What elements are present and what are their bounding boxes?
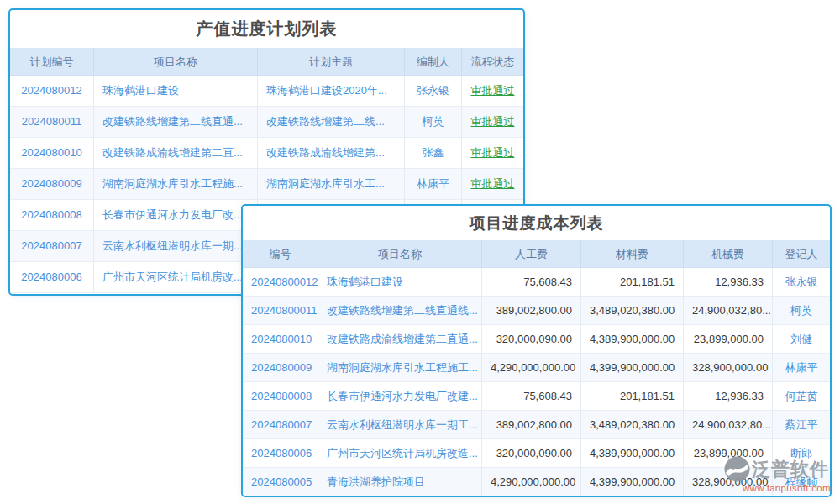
cell-project[interactable]: 广州市天河区统计局机房改造...	[318, 439, 482, 468]
cell-material: 4,389,900,000.00	[581, 439, 684, 468]
watermark-url-text: www.fanpusoft.com	[743, 483, 837, 493]
table-row: 2024080010改建铁路成渝线增建第二直...改建铁路成渝线增建第...张鑫…	[10, 138, 523, 169]
cell-plan_no[interactable]: 2024080009	[10, 169, 94, 200]
cell-no[interactable]: 20240800012	[243, 268, 318, 297]
cell-no[interactable]: 2024080009	[243, 354, 318, 382]
table-row: 2024080009湖南洞庭湖水库引水工程施...湖南洞庭湖水库引水工...林康…	[10, 169, 523, 200]
cell-project[interactable]: 湖南洞庭湖水库引水工程施...	[94, 169, 258, 200]
cell-compiler[interactable]: 林康平	[405, 169, 462, 200]
table-row: 2024080008长春市伊通河水力发电厂改建...75,608.43201,1…	[243, 382, 830, 411]
column-header-plan_no: 计划编号	[10, 48, 94, 76]
cell-status[interactable]: 审批通过	[462, 138, 523, 169]
cell-machine: 328,900,000.00	[684, 354, 773, 382]
fanpu-logo-icon	[724, 456, 750, 482]
cell-labor: 4,290,000,000.00	[482, 468, 581, 496]
cell-labor: 389,002,800.00	[482, 297, 581, 325]
cell-plan_no[interactable]: 2024080012	[10, 76, 94, 107]
cell-no[interactable]: 20240800011	[243, 297, 318, 325]
cost-list-title: 项目进度成本列表	[243, 206, 830, 240]
cell-no[interactable]: 2024080008	[243, 382, 318, 411]
cell-machine: 24,900,032,80...	[684, 411, 773, 439]
fanpu-watermark: 泛普软件 www.fanpusoft.com	[724, 456, 837, 498]
cell-registrar[interactable]: 柯英	[773, 297, 830, 325]
table-row: 2024080011改建铁路线增建第二线直通...改建铁路线增建第二线...柯英…	[10, 107, 523, 138]
column-header-project: 项目名称	[94, 48, 258, 76]
cell-no[interactable]: 2024080010	[243, 325, 318, 354]
cell-registrar[interactable]: 蔡江平	[773, 411, 830, 439]
cell-project[interactable]: 珠海鹤港口建设	[94, 76, 258, 107]
watermark-brand-text: 泛普软件	[752, 457, 829, 482]
column-header-no: 编号	[243, 240, 318, 268]
table-row: 2024080012珠海鹤港口建设珠海鹤港口建设2020年...张永银审批通过	[10, 76, 523, 107]
cell-project[interactable]: 青海洪湖养护院项目	[318, 468, 482, 496]
cell-plan_no[interactable]: 2024080007	[10, 231, 94, 262]
table-header-row: 编号项目名称人工费材料费机械费登记人	[243, 240, 830, 268]
cell-compiler[interactable]: 张鑫	[405, 138, 462, 169]
cell-machine: 23,899,000.00	[684, 325, 773, 354]
cell-subject[interactable]: 改建铁路成渝线增建第...	[258, 138, 405, 169]
cell-labor: 320,000,090.00	[482, 325, 581, 354]
cell-material: 3,489,020,380.00	[581, 297, 684, 325]
column-header-compiler: 编制人	[405, 48, 462, 76]
cost-list-card: 项目进度成本列表 编号项目名称人工费材料费机械费登记人20240800012珠海…	[241, 204, 832, 497]
cell-project[interactable]: 改建铁路线增建第二线直通线...	[318, 297, 482, 325]
cell-labor: 389,002,800.00	[482, 411, 581, 439]
cell-no[interactable]: 2024080006	[243, 439, 318, 468]
cell-registrar[interactable]: 何芷茵	[773, 382, 830, 411]
cell-subject[interactable]: 珠海鹤港口建设2020年...	[258, 76, 405, 107]
table-row: 2024080007云南水利枢纽潜明水库一期工...389,002,800.00…	[243, 411, 830, 439]
cell-plan_no[interactable]: 2024080010	[10, 138, 94, 169]
cell-compiler[interactable]: 张永银	[405, 76, 462, 107]
cell-no[interactable]: 2024080007	[243, 411, 318, 439]
table-row: 2024080010改建铁路成渝线增建第二直通...320,000,090.00…	[243, 325, 830, 354]
cell-machine: 24,900,032,80...	[684, 297, 773, 325]
cell-project[interactable]: 长春市伊通河水力发电厂改...	[94, 200, 258, 231]
cell-project[interactable]: 改建铁路线增建第二线直通...	[94, 107, 258, 138]
cell-registrar[interactable]: 刘健	[773, 325, 830, 354]
cell-project[interactable]: 云南水利枢纽潜明水库一期...	[94, 231, 258, 262]
plan-list-title: 产值进度计划列表	[10, 10, 523, 48]
table-header-row: 计划编号项目名称计划主题编制人流程状态	[10, 48, 523, 76]
table-row: 2024080009湖南洞庭湖水库引水工程施工...4,290,000,000.…	[243, 354, 830, 382]
cell-subject[interactable]: 湖南洞庭湖水库引水工...	[258, 169, 405, 200]
cell-project[interactable]: 改建铁路成渝线增建第二直通...	[318, 325, 482, 354]
column-header-material: 材料费	[581, 240, 684, 268]
cell-material: 3,489,020,380.00	[581, 411, 684, 439]
cell-project[interactable]: 云南水利枢纽潜明水库一期工...	[318, 411, 482, 439]
cell-registrar[interactable]: 张永银	[773, 268, 830, 297]
cell-subject[interactable]: 改建铁路线增建第二线...	[258, 107, 405, 138]
cell-material: 4,399,900,000.00	[581, 354, 684, 382]
column-header-labor: 人工费	[482, 240, 581, 268]
cell-labor: 4,290,000,000.00	[482, 354, 581, 382]
cell-project[interactable]: 长春市伊通河水力发电厂改建...	[318, 382, 482, 411]
cell-project[interactable]: 珠海鹤港口建设	[318, 268, 482, 297]
cell-registrar[interactable]: 林康平	[773, 354, 830, 382]
cell-compiler[interactable]: 柯英	[405, 107, 462, 138]
cell-material: 4,389,900,000.00	[581, 325, 684, 354]
cell-plan_no[interactable]: 2024080011	[10, 107, 94, 138]
cell-no[interactable]: 2024080005	[243, 468, 318, 496]
cell-machine: 12,936.33	[684, 382, 773, 411]
table-row: 20240800012珠海鹤港口建设75,608.43201,181.5112,…	[243, 268, 830, 297]
cell-project[interactable]: 湖南洞庭湖水库引水工程施工...	[318, 354, 482, 382]
column-header-subject: 计划主题	[258, 48, 405, 76]
column-header-registrar: 登记人	[773, 240, 830, 268]
table-row: 20240800011改建铁路线增建第二线直通线...389,002,800.0…	[243, 297, 830, 325]
cell-project[interactable]: 改建铁路成渝线增建第二直...	[94, 138, 258, 169]
cell-material: 201,181.51	[581, 268, 684, 297]
cell-plan_no[interactable]: 2024080008	[10, 200, 94, 231]
cell-status[interactable]: 审批通过	[462, 169, 523, 200]
cell-material: 201,181.51	[581, 382, 684, 411]
column-header-status: 流程状态	[462, 48, 523, 76]
column-header-project: 项目名称	[318, 240, 482, 268]
cell-project[interactable]: 广州市天河区统计局机房改...	[94, 262, 258, 293]
cell-machine: 12,936.33	[684, 268, 773, 297]
cell-plan_no[interactable]: 2024080006	[10, 262, 94, 293]
cell-material: 4,399,900,000.00	[581, 468, 684, 496]
cell-status[interactable]: 审批通过	[462, 107, 523, 138]
column-header-machine: 机械费	[684, 240, 773, 268]
cell-status[interactable]: 审批通过	[462, 76, 523, 107]
cell-labor: 75,608.43	[482, 382, 581, 411]
cell-labor: 75,608.43	[482, 268, 581, 297]
cell-labor: 320,000,090.00	[482, 439, 581, 468]
